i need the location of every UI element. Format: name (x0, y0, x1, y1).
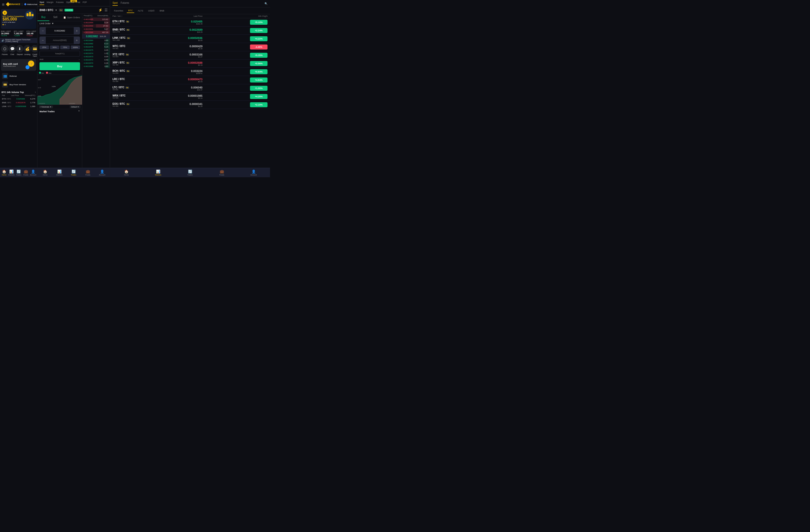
market-row-eos[interactable]: EOS / BTC 5x Vol 490 0.0000341 $0.24 +2.… (110, 101, 270, 109)
market-row-wrx[interactable]: WRX / BTC Vol 508 0.00001985 $0.14 +4.25… (110, 93, 270, 101)
buy-button[interactable]: Buy (39, 62, 80, 70)
volume-section-arrow[interactable]: › (35, 91, 36, 94)
bch-lev: 5x (126, 70, 130, 72)
filter-btc[interactable]: BTC (127, 9, 134, 13)
left-nav-trades[interactable]: 🔄 Trades (15, 170, 22, 176)
filter-alts[interactable]: ALTS (136, 9, 145, 13)
tab-spot[interactable]: Spot (39, 1, 44, 5)
market-row-xtz[interactable]: XTZ / BTC 5x Vol 954 0.0003166 $2.27 +5.… (110, 51, 270, 60)
mr-bch-change: +0.84% (250, 69, 268, 74)
sell-tab[interactable]: Sell (49, 14, 61, 21)
tab-p2p[interactable]: P2P (83, 1, 87, 5)
ask-row-2: 0.0022694 5.28 (82, 21, 110, 24)
market-row-ltc[interactable]: LTC / BTC 5x Vol 531 0.006040 $43.37 +1.… (110, 84, 270, 93)
left-nav-home[interactable]: 🏠 Home (0, 170, 8, 176)
market-row-eth[interactable]: ETH / BTC 5x Vol 6,276 0.025405 $182.45 … (110, 18, 270, 27)
promo-banner[interactable]: 3 WTC Trading Competition $85,000 in WTC… (1, 9, 36, 29)
right-nav-home[interactable]: 🏠 Home (111, 170, 142, 176)
mid-nav-account[interactable]: 👤 Account (95, 170, 109, 176)
pct-50-btn[interactable]: 50% (50, 46, 60, 49)
pair-dropdown-icon[interactable]: ▼ (55, 9, 58, 12)
mh-pair-header[interactable]: Pair / Vol ↕ (113, 15, 132, 17)
left-nav-funds[interactable]: 💼 Funds (22, 170, 30, 176)
mr-bnb-name: BNB / BTC 5x (113, 28, 132, 31)
filter-favorites[interactable]: Favorites (113, 9, 125, 13)
right-nav-home-label: Home (124, 174, 129, 176)
market-row-link[interactable]: LINK / BTC 5x Vol 1,389 0.00050936 $3.65… (110, 35, 270, 43)
qa-chat[interactable]: 💬 Chat (9, 45, 16, 57)
right-nav-markets[interactable]: 📊 Markets (142, 170, 174, 176)
pair-icons: ⚡ ☰ (98, 8, 108, 12)
mr-xrp-name: XRP / BTC 5x (113, 61, 132, 64)
settings-icon[interactable]: ☰ (104, 8, 108, 12)
amount-input[interactable] (46, 39, 74, 42)
right-nav-funds[interactable]: 💼 Funds (206, 170, 238, 176)
right-nav-trades-label: Trades (187, 174, 193, 176)
mid-nav-home[interactable]: 🏠 Home (38, 170, 52, 176)
expand-icon[interactable]: ⊞ (2, 3, 4, 6)
right-search-icon[interactable]: 🔍 (264, 2, 268, 5)
price-minus-btn[interactable]: − (40, 27, 46, 34)
mid-nav-markets[interactable]: 📊 Markets (52, 170, 66, 176)
left-nav-markets[interactable]: 📊 Markets (8, 170, 15, 176)
amount-plus-btn[interactable]: + (74, 37, 80, 44)
market-row-bch[interactable]: BCH / BTC 5x Vol 659 0.033224 $238.61 +0… (110, 68, 270, 76)
mr-ltc-price: 0.006040 (180, 86, 202, 89)
tab-fiat[interactable]: Fiat (77, 1, 80, 5)
right-nav-trades[interactable]: 🔄 Trades (174, 170, 206, 176)
default-btn[interactable]: Default ▼ (70, 106, 81, 108)
right-nav-account[interactable]: 👤 Account (238, 170, 270, 176)
mr-xtz-usd: $2.27 (180, 56, 202, 58)
market-row-xrp[interactable]: XRP / BTC 5x Vol 765 0.00002688 $0.19 +0… (110, 60, 270, 68)
market-row-wtc[interactable]: WTC / BTC Vol 992 0.0000429 $0.30 -4.45% (110, 43, 270, 51)
qa-lending[interactable]: 💰 Lending (23, 45, 31, 57)
pct-100-btn[interactable]: 100% (71, 46, 80, 49)
right-header: Spot Futures 🔍 (110, 0, 270, 7)
vol-row-link[interactable]: LINK / BTC 0.00050936 1,389 (1, 104, 36, 108)
price-input[interactable] (46, 30, 74, 32)
chart-toggle-icon[interactable]: ⚡ (98, 8, 102, 12)
buy-tab[interactable]: Buy (37, 14, 49, 21)
tab-margin[interactable]: Margin (47, 1, 54, 5)
mr-pair-eos: EOS / BTC 5x Vol 490 (113, 102, 132, 107)
vol-header-vol: Volume(BTC) (25, 95, 35, 96)
filter-bnb[interactable]: BNB (158, 9, 166, 13)
buy-with-card[interactable]: Buy with card Visa/Mastercard 💰 (1, 59, 36, 71)
ticker-btc[interactable]: BTC / USDT 7,182.56 +1.83% (14, 31, 23, 36)
ticker-bnb[interactable]: BNB / USDT 16.2900 +4.07% (1, 31, 11, 36)
mid-nav-funds[interactable]: 💼 Funds (81, 170, 95, 176)
qa-futures[interactable]: ⬡ Futures (1, 45, 9, 57)
amount-input-row: − + (39, 36, 80, 44)
mid-nav-trades[interactable]: 🔄 Trades (66, 170, 81, 176)
mr-eth-name: ETH / BTC 5x (113, 20, 132, 23)
qa-deposit[interactable]: ⬇ Deposit (16, 45, 23, 57)
mr-pair-ltc: LTC / BTC 5x Vol 531 (113, 86, 132, 91)
right-trades-icon: 🔄 (188, 170, 192, 174)
mh-price-header: Last Price (180, 15, 202, 17)
left-bottom-nav: 🏠 Home 📊 Markets 🔄 Trades 💼 Funds 👤 Acco… (0, 168, 37, 177)
open-orders-btn[interactable]: 📋 Open Orders (61, 14, 82, 21)
market-row-lrc[interactable]: LRC / BTC Vol 596 0.00000473 $0.03 +4.64… (110, 76, 270, 84)
order-type-dropdown[interactable]: ▼ (52, 22, 54, 25)
vol-row-eth[interactable]: ETH / BTC 0.025406 6,275 (1, 97, 36, 101)
decimals-btn[interactable]: 7 Decimals ▼ (39, 106, 53, 108)
pct-75-btn[interactable]: 75% (60, 46, 70, 49)
volume-section: BTC 24h Volume Top › Pair Last Price Vol… (0, 90, 37, 168)
pct-25-btn[interactable]: 25% (39, 46, 49, 49)
price-plus-btn[interactable]: + (74, 27, 80, 34)
tab-futures[interactable]: Futures (56, 1, 64, 5)
right-tab-futures[interactable]: Futures (121, 1, 129, 6)
ticker-eth[interactable]: ETH / USDT 182.48 +7.01% (27, 31, 36, 36)
market-row-bnb[interactable]: BNB / BTC 5x Vol 2,779 0.0022689 $16.29 … (110, 27, 270, 35)
mr-ltc-price-block: 0.006040 $43.37 (180, 86, 202, 91)
left-nav-account[interactable]: 👤 Account (30, 170, 37, 176)
filter-usds[interactable]: USD© (147, 9, 156, 13)
market-trades-icon[interactable]: ⌃ (78, 110, 80, 113)
qa-creditcard[interactable]: 💳 Credit Card (31, 45, 37, 57)
mr-link-vol: Vol 1,389 (113, 39, 132, 41)
vol-row-bnb[interactable]: BNB / BTC 0.0022676 2,778 (1, 101, 36, 104)
amount-minus-btn[interactable]: − (40, 37, 46, 44)
referral-item[interactable]: 👥 Referral (1, 72, 36, 80)
buy-vendors-item[interactable]: 💳 Buy From Vendors (1, 80, 36, 89)
right-tab-spot[interactable]: Spot (113, 1, 118, 6)
